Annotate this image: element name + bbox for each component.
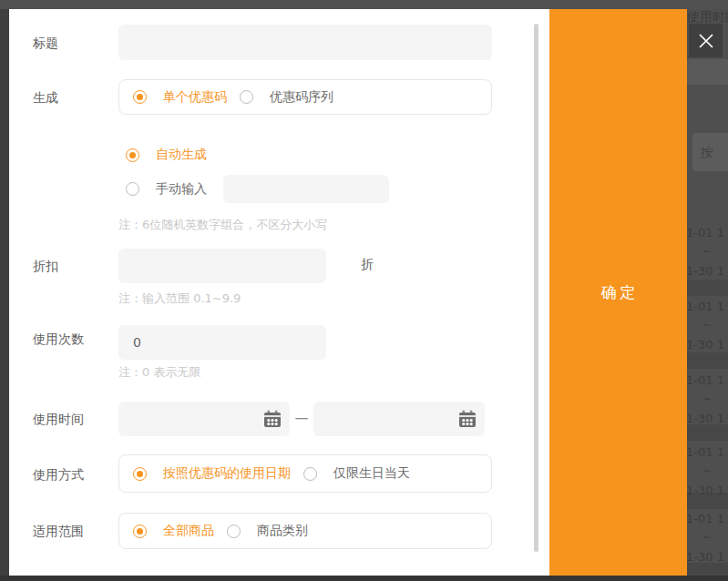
option-label[interactable]: 单个优惠码 <box>163 89 227 106</box>
table-cell-tilde: ~ <box>702 531 712 544</box>
table-cell-date: 1-01 1 <box>687 512 724 525</box>
table-cell-date: 1-30 1 <box>687 264 724 278</box>
radio-unselected-icon[interactable] <box>126 182 139 196</box>
row-divider <box>687 424 728 441</box>
option-code-series[interactable]: 优惠码序列 <box>240 89 333 106</box>
option-auto-generate[interactable]: 自动生成 <box>126 146 207 164</box>
radio-selected-icon[interactable] <box>133 90 147 104</box>
background-header-band <box>687 59 728 85</box>
usage-time-label: 使用时间 <box>33 410 84 428</box>
discount-label: 折扣 <box>33 257 58 275</box>
background-filter-button: 按 <box>692 133 728 171</box>
radio-selected-icon[interactable] <box>126 148 139 162</box>
usage-count-note: 注：0 表示无限 <box>118 364 200 381</box>
discount-suffix: 折 <box>361 257 374 273</box>
option-label[interactable]: 商品类别 <box>257 523 308 539</box>
option-label[interactable]: 按照优惠码的使用日期 <box>163 465 291 482</box>
table-cell-date: 1-01 1 <box>687 300 724 313</box>
scope-label: 适用范围 <box>33 522 84 540</box>
table-cell-date: 1-30 1 <box>687 484 724 497</box>
generate-label: 生成 <box>33 88 58 107</box>
table-cell-date: 1-01 1 <box>687 226 724 240</box>
overlay-bottom <box>0 576 728 581</box>
option-by-coupon-dates[interactable]: 按照优惠码的使用日期 <box>133 465 291 482</box>
confirm-button[interactable]: 确定 <box>549 9 687 576</box>
usage-count-input[interactable] <box>118 325 326 360</box>
radio-selected-icon[interactable] <box>133 525 147 538</box>
overlay-top <box>0 0 728 9</box>
option-label[interactable]: 全部商品 <box>163 523 214 539</box>
background-page: 按 使用时间 1-01 1 ~ 1-30 1 1-01 1 ~ 1-30 1 1… <box>687 9 728 576</box>
option-product-category[interactable]: 商品类别 <box>227 523 308 539</box>
title-label: 标题 <box>33 34 58 52</box>
usage-count-label: 使用次数 <box>33 330 84 348</box>
row-divider <box>687 280 728 296</box>
table-cell-date: 1-30 1 <box>687 412 724 425</box>
discount-note: 注：输入范围 0.1~9.9 <box>118 290 241 307</box>
scrollbar[interactable] <box>534 24 538 552</box>
date-range-separator: — <box>290 410 313 426</box>
end-date-input[interactable] <box>313 412 457 426</box>
radio-selected-icon[interactable] <box>133 467 147 481</box>
row-divider <box>687 352 728 369</box>
option-manual-input[interactable]: 手动输入 <box>126 175 389 203</box>
radio-unselected-icon[interactable] <box>240 90 253 104</box>
usage-mode-label: 使用方式 <box>33 465 84 484</box>
calendar-icon[interactable] <box>262 409 282 429</box>
table-cell-date: 1-01 1 <box>687 373 724 387</box>
table-cell-tilde: ~ <box>702 319 712 331</box>
discount-input[interactable] <box>118 249 326 283</box>
option-all-products[interactable]: 全部商品 <box>133 523 214 539</box>
row-divider <box>687 563 728 576</box>
code-note: 注：6位随机英数字组合，不区分大小写 <box>118 217 327 233</box>
confirm-button-label: 确定 <box>598 282 640 303</box>
table-cell-date: 1-30 1 <box>687 550 724 564</box>
title-input[interactable] <box>118 25 492 60</box>
radio-unselected-icon[interactable] <box>227 525 241 538</box>
start-date-input[interactable] <box>118 412 262 426</box>
table-cell-tilde: ~ <box>702 245 712 258</box>
option-label[interactable]: 自动生成 <box>156 147 207 163</box>
calendar-icon[interactable] <box>457 409 477 429</box>
radio-unselected-icon[interactable] <box>303 467 317 481</box>
option-label[interactable]: 手动输入 <box>156 181 207 198</box>
scope-radio-group: 全部商品 商品类别 <box>118 513 492 549</box>
coupon-dialog: 标题 生成 单个优惠码 优惠码序列 自动生成 手动输入 注：6位随机英数字组合，… <box>9 9 687 576</box>
option-label[interactable]: 优惠码序列 <box>270 89 333 106</box>
option-label[interactable]: 仅限生日当天 <box>333 465 410 482</box>
end-date-picker[interactable] <box>313 402 485 436</box>
close-button[interactable] <box>689 24 723 57</box>
table-cell-tilde: ~ <box>702 464 712 477</box>
start-date-picker[interactable] <box>118 402 290 436</box>
usage-mode-radio-group: 按照优惠码的使用日期 仅限生日当天 <box>118 454 492 493</box>
overlay-left <box>0 9 9 576</box>
close-icon <box>697 32 715 50</box>
manual-code-input[interactable] <box>223 175 389 203</box>
table-cell-date: 1-01 1 <box>687 445 724 459</box>
table-cell-date: 1-30 1 <box>687 338 724 352</box>
option-single-code[interactable]: 单个优惠码 <box>133 89 227 106</box>
table-cell-tilde: ~ <box>702 392 712 405</box>
generate-radio-group: 单个优惠码 优惠码序列 <box>118 79 492 115</box>
option-birthday-only[interactable]: 仅限生日当天 <box>303 465 410 482</box>
